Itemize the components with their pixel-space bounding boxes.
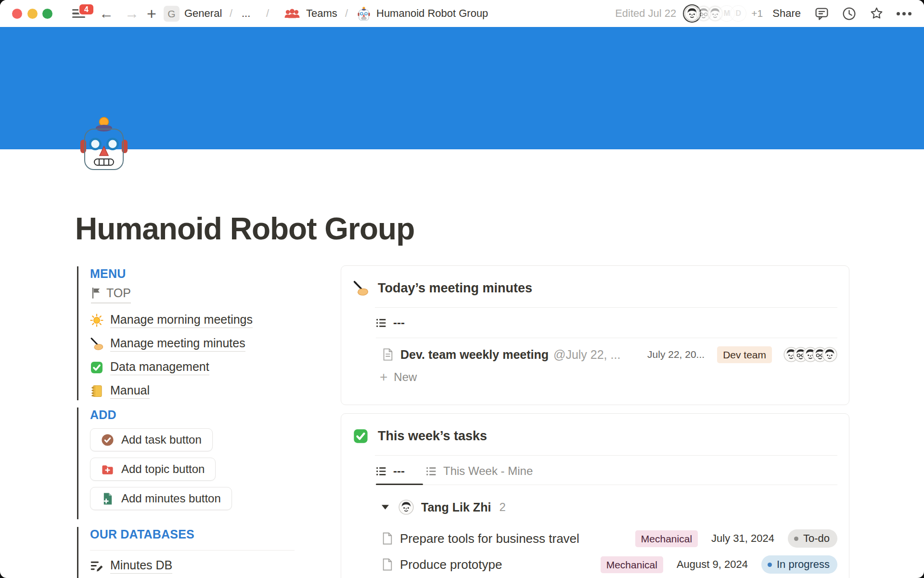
- sidebar-item-manual[interactable]: Manual: [90, 379, 295, 403]
- breadcrumb-page[interactable]: Humanoid Robot Group: [376, 0, 488, 27]
- avatar-overflow-count[interactable]: +1: [751, 8, 763, 19]
- task-check-icon: [101, 434, 114, 447]
- add-topic-button[interactable]: Add topic button: [90, 458, 216, 481]
- attendee-avatar-stack: [783, 347, 837, 362]
- user-avatar-letter[interactable]: D: [730, 5, 746, 22]
- breadcrumb-separator: /: [230, 0, 232, 27]
- add-section: ADD Add task button Add topic button Add…: [77, 407, 295, 519]
- flag-icon: [91, 287, 101, 299]
- task-title[interactable]: Produce prototype: [400, 557, 502, 572]
- meeting-row[interactable]: Dev. team weekly meeting @July 22, ... J…: [376, 343, 837, 366]
- sidebar-item-morning-meetings[interactable]: Manage morning meetings: [90, 308, 295, 332]
- task-row-meta: Mechanical August 9, 2024 In progress: [601, 555, 837, 574]
- tab-divider: [376, 338, 837, 338]
- task-row[interactable]: Prepare tools for business travel Mechan…: [376, 528, 837, 549]
- page-title: Humanoid Robot Group: [75, 211, 414, 247]
- meeting-minutes-header: Today’s meeting minutes: [353, 278, 837, 298]
- status-dot: [794, 537, 798, 541]
- sidebar-item-data-management[interactable]: Data management: [90, 355, 295, 379]
- category-tag: Mechanical: [601, 556, 663, 573]
- task-row[interactable]: Produce prototype Mechanical August 9, 2…: [376, 554, 837, 575]
- view-tabs: --- This Week - Mine: [376, 463, 837, 479]
- due-date: July 31, 2024: [711, 532, 774, 545]
- meeting-row-meta: July 22, 20... Dev team: [647, 346, 837, 363]
- writing-hand-icon: [90, 337, 103, 351]
- back-button[interactable]: ←: [99, 0, 114, 27]
- meeting-minutes-card: Today’s meeting minutes --- Dev. team we…: [341, 265, 849, 405]
- page-cover: [0, 27, 924, 149]
- zoom-window-button[interactable]: [42, 9, 52, 19]
- breadcrumb-teams[interactable]: Teams: [306, 0, 337, 27]
- edited-timestamp: Edited Jul 22: [615, 7, 676, 20]
- tab-bar: [376, 479, 837, 485]
- sun-icon: [90, 314, 103, 327]
- view-tab-default[interactable]: ---: [376, 315, 837, 330]
- add-minutes-button[interactable]: Add minutes button: [90, 487, 232, 510]
- check-mark-icon: [90, 361, 103, 374]
- breadcrumb-separator-3: /: [345, 0, 348, 27]
- databases-section: OUR DATABASES Minutes DB: [77, 527, 295, 578]
- view-tab-this-week-mine[interactable]: This Week - Mine: [426, 464, 533, 478]
- breadcrumb-ellipsis[interactable]: ...: [242, 0, 250, 27]
- list-view-icon: [376, 317, 387, 328]
- add-heading: ADD: [90, 407, 295, 422]
- meeting-minutes-title: Today’s meeting minutes: [378, 281, 532, 296]
- meeting-date-mention: @July 22, ...: [553, 348, 620, 362]
- attendee-avatar: [822, 347, 837, 362]
- collaborator-avatar-stack[interactable]: M D: [684, 5, 746, 22]
- window-titlebar: 4 ← → + G General / ... / Teams / Humano…: [0, 0, 924, 27]
- document-plus-icon: [101, 492, 114, 505]
- document-icon: [382, 348, 394, 361]
- tasks-database-view: --- This Week - Mine Tang Lik Zhi 2 Prep…: [376, 463, 837, 575]
- updates-button[interactable]: [842, 6, 857, 21]
- databases-heading: OUR DATABASES: [90, 527, 295, 541]
- group-name: Tang Lik Zhi: [421, 500, 491, 514]
- new-row-button[interactable]: + New: [376, 367, 837, 387]
- ledger-icon: [90, 384, 103, 398]
- weekly-tasks-title: This week’s tasks: [378, 429, 487, 444]
- minimize-window-button[interactable]: [27, 9, 38, 19]
- add-task-button[interactable]: Add task button: [90, 428, 213, 451]
- writing-hand-icon: [353, 280, 369, 296]
- category-tag: Mechanical: [635, 530, 698, 547]
- more-options-button[interactable]: [897, 6, 911, 21]
- new-tab-button[interactable]: +: [147, 0, 156, 27]
- check-mark-icon: [353, 428, 369, 444]
- comments-button[interactable]: [814, 6, 829, 21]
- list-view-icon: [376, 466, 387, 477]
- breadcrumb-workspace[interactable]: General: [184, 0, 222, 27]
- group-avatar: [398, 499, 414, 515]
- collapse-triangle-icon[interactable]: [382, 505, 389, 510]
- status-badge-todo: To-do: [788, 529, 837, 548]
- app-window: 4 ← → + G General / ... / Teams / Humano…: [0, 0, 924, 578]
- forward-button[interactable]: →: [125, 0, 139, 27]
- group-row-tang-lik-zhi[interactable]: Tang Lik Zhi 2: [376, 498, 837, 517]
- task-title[interactable]: Prepare tools for business travel: [400, 531, 579, 546]
- top-link[interactable]: TOP: [91, 286, 131, 303]
- page-robot-icon[interactable]: [80, 117, 128, 171]
- sidebar-item-meeting-minutes[interactable]: Manage meeting minutes: [90, 332, 295, 355]
- meeting-date: July 22, 20...: [647, 349, 705, 360]
- tab-divider: [376, 485, 837, 485]
- due-date: August 9, 2024: [677, 558, 748, 571]
- header-divider: [375, 455, 837, 456]
- favorite-button[interactable]: [869, 6, 884, 21]
- task-row-meta: Mechanical July 31, 2024 To-do: [635, 529, 837, 548]
- folder-plus-icon: [101, 463, 114, 476]
- view-tab-default[interactable]: ---: [376, 464, 405, 478]
- workspace-icon[interactable]: G: [164, 6, 180, 22]
- meeting-title[interactable]: Dev. team weekly meeting: [400, 348, 549, 362]
- titlebar-actions: Edited Jul 22 M D +1 Share: [615, 0, 911, 27]
- minutes-db-link[interactable]: Minutes DB: [90, 558, 295, 574]
- document-icon: [382, 532, 393, 545]
- header-divider: [375, 307, 837, 308]
- weekly-tasks-card: This week’s tasks --- This Week - Mine: [341, 413, 849, 578]
- top-link-label: TOP: [106, 286, 131, 300]
- active-tab-indicator: [376, 484, 423, 486]
- document-icon: [382, 558, 393, 571]
- notification-badge: 4: [78, 3, 94, 15]
- close-window-button[interactable]: [12, 9, 22, 19]
- database-edit-icon: [90, 559, 104, 573]
- breadcrumb-separator-2: /: [266, 0, 269, 27]
- share-button[interactable]: Share: [772, 7, 801, 20]
